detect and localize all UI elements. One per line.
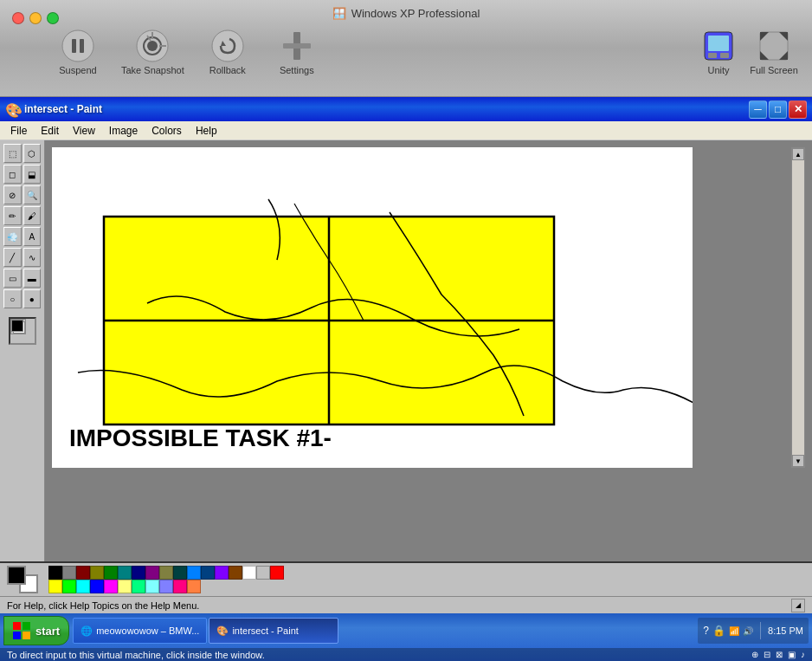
swatch-gray[interactable] xyxy=(62,566,76,580)
start-button[interactable]: start xyxy=(3,616,69,645)
swatch-darkblue[interactable] xyxy=(201,566,215,580)
maximize-button[interactable] xyxy=(47,12,59,24)
tool-curve[interactable]: ∿ xyxy=(23,248,42,267)
tool-line[interactable]: ╱ xyxy=(3,248,22,267)
swatch-darkteal[interactable] xyxy=(173,566,187,580)
tool-rect-outline[interactable]: ▭ xyxy=(3,269,22,288)
start-label: start xyxy=(35,625,60,638)
menu-file[interactable]: File xyxy=(3,123,34,139)
swatch-olive[interactable] xyxy=(90,566,104,580)
swatch-silver[interactable] xyxy=(256,566,270,580)
notification-bar: To direct input to this virtual machine,… xyxy=(0,648,812,661)
fullscreen-label: Full Screen xyxy=(750,65,798,75)
tool-text[interactable]: A xyxy=(23,227,42,246)
ie-icon: 🌐 xyxy=(81,625,93,637)
menu-image[interactable]: Image xyxy=(102,123,145,139)
tray-icon-security: 🔒 xyxy=(712,625,725,637)
menu-edit[interactable]: Edit xyxy=(34,123,66,139)
scrollbar-up-btn[interactable]: ▲ xyxy=(792,148,804,160)
tool-fill[interactable]: ⬓ xyxy=(23,165,42,184)
xp-titlebar: 🎨 intersect - Paint ─ □ ✕ xyxy=(0,97,812,121)
tool-row-2: ◻ ⬓ xyxy=(3,165,41,184)
swatch-yellow[interactable] xyxy=(48,580,62,593)
swatch-magenta[interactable] xyxy=(104,580,118,593)
tool-ellipse[interactable]: ○ xyxy=(3,289,22,308)
swatch-blue[interactable] xyxy=(90,580,104,593)
tool-airbrush[interactable]: 💨 xyxy=(3,227,22,246)
scrollbar-track-v xyxy=(792,160,804,455)
scrollbar-down-btn[interactable]: ▼ xyxy=(792,455,804,467)
swatch-navy[interactable] xyxy=(132,566,145,580)
tool-row-6: ╱ ∿ xyxy=(3,248,41,267)
menu-colors[interactable]: Colors xyxy=(145,123,189,139)
swatch-darkred[interactable] xyxy=(76,566,90,580)
menu-view[interactable]: View xyxy=(66,123,102,139)
tool-row-5: 💨 A xyxy=(3,227,41,246)
close-button[interactable] xyxy=(12,12,24,24)
status-text: For Help, click Help Topics on the Help … xyxy=(7,600,199,611)
toolbar-fullscreen[interactable]: Full Screen xyxy=(748,29,800,75)
canvas-area[interactable]: IMPOSSIBLE TASK #1- ▲ ▼ xyxy=(45,140,812,561)
tool-pencil[interactable]: ✏ xyxy=(3,206,22,225)
svg-point-0 xyxy=(62,30,93,62)
swatch-azure[interactable] xyxy=(187,566,201,580)
xp-maximize-btn[interactable]: □ xyxy=(769,100,787,119)
tool-eyedropper[interactable]: ⊘ xyxy=(3,185,22,204)
swatch-black[interactable] xyxy=(48,566,62,580)
swatch-cyan[interactable] xyxy=(76,580,90,593)
tool-rect-fill[interactable]: ▬ xyxy=(23,269,42,288)
windows-logo-icon xyxy=(13,622,30,639)
swatch-orange[interactable] xyxy=(187,580,201,593)
vertical-scrollbar[interactable]: ▲ ▼ xyxy=(791,147,805,468)
resize-handle[interactable]: ◢ xyxy=(791,599,805,612)
swatch-white[interactable] xyxy=(242,566,256,580)
swatch-brown[interactable] xyxy=(229,566,242,580)
swatch-purple[interactable] xyxy=(145,566,159,580)
swatch-lightcyan[interactable] xyxy=(145,580,159,593)
ie-label: meowowowow – BMW... xyxy=(96,625,199,636)
swatch-mint[interactable] xyxy=(132,580,145,593)
toolbar-suspend[interactable]: Suspend xyxy=(52,29,104,75)
foreground-color[interactable] xyxy=(7,566,26,585)
rollback-label: Rollback xyxy=(209,65,246,75)
svg-rect-29 xyxy=(13,622,21,630)
tool-eraser[interactable]: ◻ xyxy=(3,165,22,184)
svg-rect-11 xyxy=(283,43,311,49)
tray-icon-help[interactable]: ? xyxy=(703,625,709,637)
tool-row-7: ▭ ▬ xyxy=(3,269,41,288)
tool-select-rect[interactable]: ⬚ xyxy=(3,144,22,163)
xp-minimize-btn[interactable]: ─ xyxy=(749,100,767,119)
xp-close-btn[interactable]: ✕ xyxy=(789,100,807,119)
menu-help[interactable]: Help xyxy=(189,123,224,139)
tool-select-free[interactable]: ⬡ xyxy=(23,144,42,163)
snapshot-label: Take Snapshot xyxy=(121,65,184,75)
swatch-teal[interactable] xyxy=(118,566,132,580)
swatch-darkyellow[interactable] xyxy=(159,566,173,580)
swatch-violet[interactable] xyxy=(215,566,229,580)
toolbar-rollback[interactable]: Rollback xyxy=(202,29,254,75)
tool-brush[interactable]: 🖌 xyxy=(23,206,42,225)
taskbar-app-paint[interactable]: 🎨 intersect - Paint xyxy=(209,618,338,644)
settings-icon xyxy=(280,29,314,63)
swatch-darkgreen[interactable] xyxy=(104,566,118,580)
tool-zoom[interactable]: 🔍 xyxy=(23,185,42,204)
minimize-button[interactable] xyxy=(29,12,42,24)
paint-taskbar-label: intersect - Paint xyxy=(232,625,298,636)
paint-toolbar: ⬚ ⬡ ◻ ⬓ ⊘ 🔍 ✏ 🖌 💨 A ╱ ∿ xyxy=(0,140,45,561)
swatch-rose[interactable] xyxy=(173,580,187,593)
swatch-lightyellow[interactable] xyxy=(118,580,132,593)
window-icon: 🪟 xyxy=(332,7,346,20)
toolbar-unity[interactable]: Unity xyxy=(693,29,744,75)
xp-window-controls: ─ □ ✕ xyxy=(749,100,807,119)
swatch-red[interactable] xyxy=(270,566,284,580)
swatch-lime[interactable] xyxy=(62,580,76,593)
notification-tray-icons: ⊕ ⊟ ⊠ ▣ ♪ xyxy=(751,650,805,659)
swatch-periwinkle[interactable] xyxy=(159,580,173,593)
paint-canvas[interactable]: IMPOSSIBLE TASK #1- xyxy=(52,147,693,468)
svg-rect-22 xyxy=(329,217,554,321)
taskbar-app-ie[interactable]: 🌐 meowowowow – BMW... xyxy=(73,618,207,644)
tool-ellipse-fill[interactable]: ● xyxy=(23,289,42,308)
svg-point-5 xyxy=(147,41,158,51)
toolbar-snapshot[interactable]: Take Snapshot xyxy=(121,29,184,75)
toolbar-settings[interactable]: Settings xyxy=(271,29,323,75)
